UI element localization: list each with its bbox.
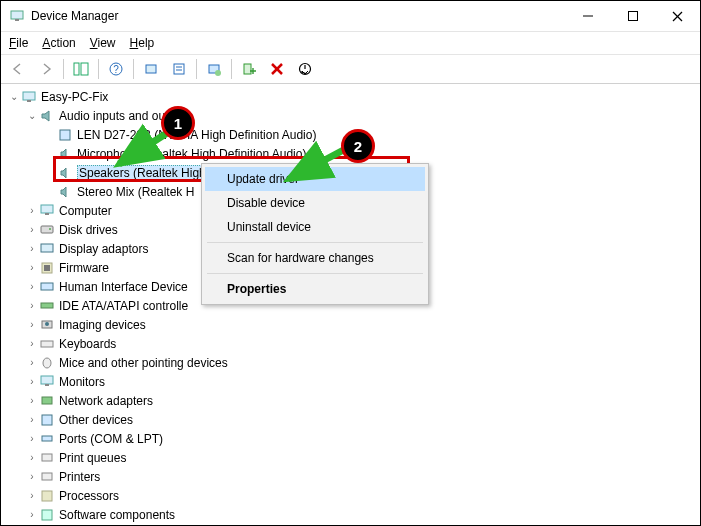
expand-icon[interactable]: › <box>25 395 39 406</box>
svg-rect-36 <box>41 376 53 384</box>
expand-icon[interactable]: › <box>25 243 39 254</box>
tree-category[interactable]: ›Keyboards <box>1 334 700 353</box>
expand-icon[interactable]: › <box>25 300 39 311</box>
category-icon <box>39 374 55 390</box>
expand-icon[interactable]: › <box>25 452 39 463</box>
category-icon <box>39 279 55 295</box>
expand-icon[interactable]: › <box>25 376 39 387</box>
expand-icon[interactable]: › <box>25 414 39 425</box>
help-button[interactable]: ? <box>103 56 129 82</box>
svg-rect-40 <box>42 436 52 441</box>
category-label: Keyboards <box>59 337 116 351</box>
tree-category-audio[interactable]: ⌄ Audio inputs and outputs <box>1 106 700 125</box>
category-label: Human Interface Device <box>59 280 188 294</box>
svg-rect-25 <box>41 226 53 233</box>
category-icon <box>39 412 55 428</box>
expand-icon[interactable]: › <box>25 471 39 482</box>
expand-icon[interactable]: › <box>25 281 39 292</box>
maximize-button[interactable] <box>610 1 655 31</box>
collapse-icon[interactable]: ⌄ <box>25 110 39 121</box>
close-button[interactable] <box>655 1 700 31</box>
svg-point-35 <box>43 358 51 368</box>
ctx-item-label: Disable device <box>227 196 305 210</box>
menu-action[interactable]: Action <box>42 36 75 50</box>
ctx-uninstall-device[interactable]: Uninstall device <box>205 215 425 239</box>
toolbar-separator <box>63 59 64 79</box>
window-title: Device Manager <box>31 9 565 23</box>
tree-category[interactable]: ›Imaging devices <box>1 315 700 334</box>
category-label: IDE ATA/ATAPI controlle <box>59 299 188 313</box>
expand-icon[interactable]: › <box>25 357 39 368</box>
enable-button[interactable] <box>236 56 262 82</box>
tree-category[interactable]: ›Network adapters <box>1 391 700 410</box>
svg-point-33 <box>45 322 49 326</box>
svg-rect-38 <box>42 397 52 404</box>
category-icon <box>39 507 55 523</box>
category-label: Printers <box>59 470 100 484</box>
forward-button[interactable] <box>33 56 59 82</box>
ctx-scan-hardware[interactable]: Scan for hardware changes <box>205 246 425 270</box>
scan-button[interactable] <box>138 56 164 82</box>
tree-category[interactable]: ›Ports (COM & LPT) <box>1 429 700 448</box>
expand-icon[interactable]: › <box>25 490 39 501</box>
menu-view[interactable]: View <box>90 36 116 50</box>
menu-help[interactable]: Help <box>130 36 155 50</box>
annotation-badge-1: 1 <box>161 106 195 140</box>
disable-button[interactable] <box>292 56 318 82</box>
expand-icon[interactable]: › <box>25 224 39 235</box>
tree-root[interactable]: ⌄ Easy-PC-Fix <box>1 87 700 106</box>
category-icon <box>39 298 55 314</box>
category-icon <box>39 450 55 466</box>
tree-category[interactable]: ›Software devices <box>1 524 700 525</box>
expand-icon[interactable]: › <box>25 319 39 330</box>
svg-rect-29 <box>44 265 50 271</box>
category-icon <box>39 355 55 371</box>
svg-rect-3 <box>628 12 637 21</box>
category-label: Other devices <box>59 413 133 427</box>
expand-icon[interactable]: › <box>25 433 39 444</box>
ctx-disable-device[interactable]: Disable device <box>205 191 425 215</box>
update-driver-button[interactable] <box>201 56 227 82</box>
tree-category[interactable]: ›Processors <box>1 486 700 505</box>
toolbar-separator <box>98 59 99 79</box>
svg-rect-42 <box>42 473 52 480</box>
tree-category[interactable]: ›Other devices <box>1 410 700 429</box>
expand-icon[interactable]: › <box>25 338 39 349</box>
category-label: Processors <box>59 489 119 503</box>
tree-category[interactable]: ›Monitors <box>1 372 700 391</box>
ctx-separator <box>207 273 423 274</box>
uninstall-button[interactable] <box>264 56 290 82</box>
back-button[interactable] <box>5 56 31 82</box>
minimize-button[interactable] <box>565 1 610 31</box>
category-icon <box>39 393 55 409</box>
tree-category[interactable]: ›Mice and other pointing devices <box>1 353 700 372</box>
category-label: Computer <box>59 204 112 218</box>
expand-icon[interactable]: › <box>25 262 39 273</box>
collapse-icon[interactable]: ⌄ <box>7 91 21 102</box>
tree-category[interactable]: ›Printers <box>1 467 700 486</box>
app-icon <box>9 8 25 24</box>
category-label: Imaging devices <box>59 318 146 332</box>
menu-file[interactable]: File <box>9 36 28 50</box>
expand-icon[interactable]: › <box>25 205 39 216</box>
svg-rect-0 <box>11 11 23 19</box>
svg-rect-6 <box>74 63 79 75</box>
category-icon <box>39 241 55 257</box>
expand-icon[interactable]: › <box>25 509 39 520</box>
properties-button[interactable] <box>166 56 192 82</box>
category-icon <box>39 336 55 352</box>
svg-rect-43 <box>42 491 52 501</box>
root-label: Easy-PC-Fix <box>41 90 108 104</box>
device-label: Stereo Mix (Realtek H <box>77 185 194 199</box>
category-label: Mice and other pointing devices <box>59 356 228 370</box>
show-hide-button[interactable] <box>68 56 94 82</box>
tree-category[interactable]: ›Software components <box>1 505 700 524</box>
svg-rect-37 <box>45 384 49 386</box>
computer-icon <box>21 89 37 105</box>
ctx-properties[interactable]: Properties <box>205 277 425 301</box>
toolbar-separator <box>231 59 232 79</box>
category-icon <box>39 222 55 238</box>
tree-category[interactable]: ›Print queues <box>1 448 700 467</box>
svg-rect-1 <box>15 19 19 21</box>
device-manager-window: Device Manager File Action View Help ? <box>0 0 701 526</box>
